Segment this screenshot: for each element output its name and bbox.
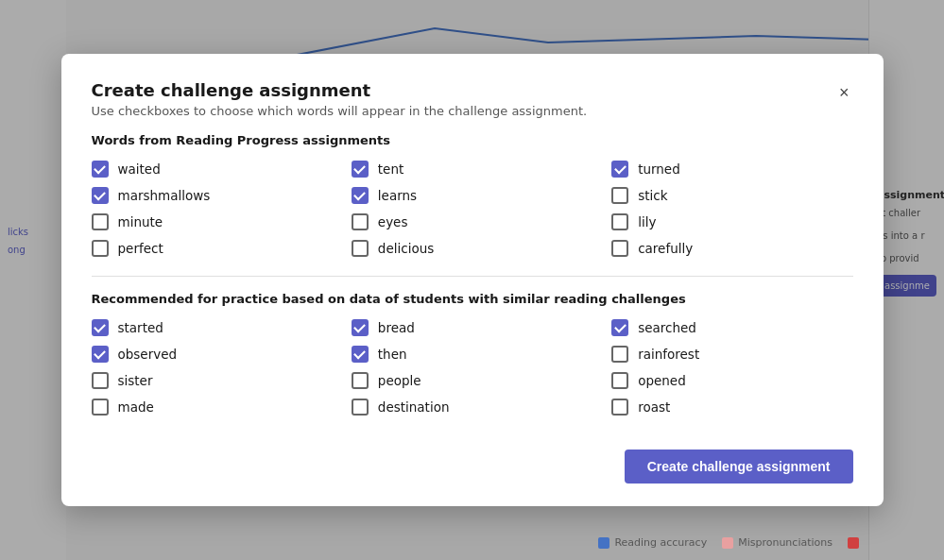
word-label: waited: [118, 161, 161, 177]
word-label: searched: [638, 320, 696, 335]
checkbox-minute[interactable]: [92, 213, 109, 230]
word-label: opened: [638, 373, 686, 388]
word-item: sister: [92, 372, 333, 389]
legend-item-other: [848, 537, 859, 549]
word-label: eyes: [378, 214, 408, 229]
word-label: carefully: [638, 241, 693, 256]
word-item: learns: [352, 187, 592, 204]
word-item: then: [352, 346, 592, 363]
word-label: learns: [378, 188, 417, 203]
checkbox-carefully[interactable]: [611, 240, 628, 257]
checkbox-eyes[interactable]: [352, 213, 369, 230]
word-label: roast: [638, 399, 670, 415]
checkbox-rainforest[interactable]: [611, 346, 628, 363]
word-item: observed: [92, 346, 333, 363]
word-label: observed: [118, 347, 178, 362]
checkbox-sister[interactable]: [92, 372, 109, 389]
word-item: delicious: [352, 240, 592, 257]
modal-dialog: Create challenge assignment Use checkbox…: [61, 54, 884, 506]
legend-dot-mispronunciations: [722, 537, 733, 549]
checkbox-waited[interactable]: [92, 161, 109, 178]
word-item: rainforest: [611, 346, 852, 363]
word-item: opened: [611, 372, 852, 389]
modal-header-text: Create challenge assignment Use checkbox…: [92, 80, 588, 118]
modal-title: Create challenge assignment: [92, 80, 588, 100]
checkbox-then[interactable]: [352, 346, 369, 363]
word-label: then: [378, 347, 407, 362]
checkbox-opened[interactable]: [611, 372, 628, 389]
word-item: tent: [352, 161, 592, 178]
word-item: started: [92, 319, 333, 336]
checkbox-made[interactable]: [92, 399, 109, 416]
checkbox-lily[interactable]: [611, 213, 628, 230]
word-label: lily: [638, 214, 656, 229]
word-label: perfect: [118, 241, 163, 256]
checkbox-tent[interactable]: [352, 161, 369, 178]
checkbox-searched[interactable]: [611, 319, 628, 336]
legend-label-accuracy: Reading accuracy: [614, 536, 707, 549]
legend-label-mispronunciations: Mispronunciations: [738, 536, 832, 549]
word-item: marshmallows: [92, 187, 333, 204]
word-label: stick: [638, 188, 667, 203]
section2-title: Recommended for practice based on data o…: [92, 292, 853, 306]
word-label: people: [378, 373, 421, 388]
word-item: searched: [611, 319, 852, 336]
word-item: destination: [352, 399, 592, 416]
word-label: tent: [378, 161, 403, 177]
checkbox-stick[interactable]: [611, 187, 628, 204]
legend-dot-accuracy: [598, 537, 609, 549]
word-label: turned: [638, 161, 680, 177]
modal-subtitle: Use checkboxes to choose which words wil…: [92, 104, 588, 118]
checkbox-roast[interactable]: [611, 399, 628, 416]
legend-item-mispronunciations: Mispronunciations: [722, 536, 832, 549]
word-item: stick: [611, 187, 852, 204]
modal-footer: Create challenge assignment: [92, 434, 853, 484]
word-item: people: [352, 372, 592, 389]
modal-header: Create challenge assignment Use checkbox…: [92, 80, 853, 118]
legend-bar: Reading accuracy Mispronunciations: [598, 536, 859, 549]
word-label: rainforest: [638, 347, 699, 362]
word-label: marshmallows: [118, 188, 211, 203]
checkbox-observed[interactable]: [92, 346, 109, 363]
word-item: waited: [92, 161, 333, 178]
checkbox-delicious[interactable]: [352, 240, 369, 257]
word-label: started: [118, 320, 163, 335]
word-item: made: [92, 399, 333, 416]
checkbox-turned[interactable]: [611, 161, 628, 178]
checkbox-destination[interactable]: [352, 399, 369, 416]
close-button[interactable]: ×: [835, 80, 853, 105]
checkbox-bread[interactable]: [352, 319, 369, 336]
word-item: perfect: [92, 240, 333, 257]
modal-overlay: Create challenge assignment Use checkbox…: [0, 0, 944, 560]
word-item: eyes: [352, 213, 592, 230]
checkbox-started[interactable]: [92, 319, 109, 336]
legend-dot-other: [848, 537, 859, 549]
section-divider: [92, 276, 853, 277]
word-label: delicious: [378, 241, 434, 256]
word-label: made: [118, 399, 154, 415]
create-challenge-button[interactable]: Create challenge assignment: [625, 450, 853, 484]
word-label: bread: [378, 320, 415, 335]
word-item: carefully: [611, 240, 852, 257]
word-item: lily: [611, 213, 852, 230]
word-item: turned: [611, 161, 852, 178]
word-item: bread: [352, 319, 592, 336]
word-label: destination: [378, 399, 450, 415]
section1-title: Words from Reading Progress assignments: [92, 133, 853, 147]
section2-words-grid: startedbreadsearchedobservedthenrainfore…: [92, 319, 853, 416]
word-label: sister: [118, 373, 153, 388]
checkbox-perfect[interactable]: [92, 240, 109, 257]
section1-words-grid: waitedtentturnedmarshmallowslearnsstickm…: [92, 161, 853, 257]
word-item: minute: [92, 213, 333, 230]
checkbox-people[interactable]: [352, 372, 369, 389]
word-item: roast: [611, 399, 852, 416]
checkbox-learns[interactable]: [352, 187, 369, 204]
word-label: minute: [118, 214, 163, 229]
legend-item-accuracy: Reading accuracy: [598, 536, 707, 549]
checkbox-marshmallows[interactable]: [92, 187, 109, 204]
